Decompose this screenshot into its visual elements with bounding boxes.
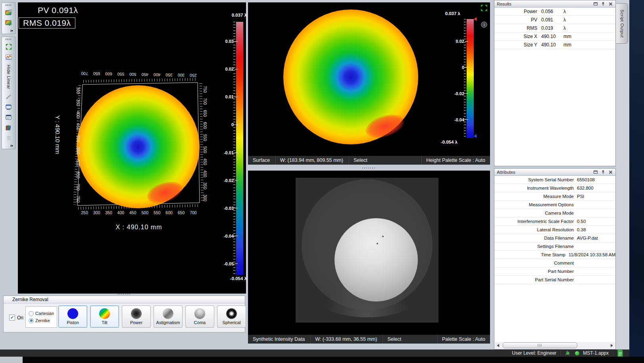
stamp-icon[interactable]: [5, 134, 13, 142]
app-right-edge: [616, 0, 629, 357]
desktop-background: [629, 0, 644, 357]
grip-handle[interactable]: [6, 4, 12, 6]
toolbar-overflow-icon[interactable]: [10, 144, 14, 148]
zernike-on-checkbox[interactable]: ✔ On: [9, 315, 23, 321]
report-icon[interactable]: [5, 104, 13, 111]
radio-zernike[interactable]: Zernike: [29, 318, 57, 323]
attribute-row: Interferometric Scale Factor0.50: [494, 217, 615, 226]
axis-ticks-bottom: 250 300 350 400 450 500 550 600 650 700: [73, 210, 204, 215]
colormap-new-icon[interactable]: [5, 9, 13, 16]
panel-splitter[interactable]: [3, 293, 245, 295]
part-image: [334, 218, 418, 302]
surface-panel: 0.037 λ 0.020-0.02-0.04 -0.054 λ i: [248, 2, 490, 156]
plot-name: Synthetic Intensity Data: [248, 336, 310, 342]
attribute-row: Instrument Wavelength632.800: [494, 184, 615, 192]
coma-icon: [194, 308, 205, 319]
status-bar: User Level: Engineer MST-1.appx: [0, 350, 629, 357]
palette-scale-mode[interactable]: Height Palette Scale : Auto: [421, 157, 490, 163]
tilt-button[interactable]: Tilt: [90, 305, 119, 328]
coma-button[interactable]: Coma: [185, 305, 214, 328]
toolbar-group: [2, 2, 16, 34]
grip-handle[interactable]: [6, 38, 12, 40]
scroll-right-button[interactable]: [609, 342, 615, 348]
attribute-row: Measure ModePSI: [494, 192, 615, 201]
script-file-icon[interactable]: [617, 350, 624, 356]
power-button[interactable]: Power: [122, 305, 151, 328]
zernike-term-buttons: PistonTiltPowerAstigmatismComaSpherical: [58, 305, 246, 328]
colorbar-tick: 0.02: [456, 39, 468, 44]
attribute-row: Settings Filename: [494, 242, 615, 251]
astigmatism-icon: [163, 308, 173, 319]
measure-icon[interactable]: [5, 93, 13, 100]
cursor-readout: W: (183.94 mm, 809.55 mm): [275, 157, 348, 163]
panel-title: Attributes: [497, 170, 593, 175]
cursor-readout: W: (-333.68 mm, 36.55 mm): [310, 336, 382, 342]
books-icon[interactable]: [5, 124, 13, 131]
select-mode[interactable]: Select: [383, 336, 406, 342]
attribute-row: Measurement Options: [494, 201, 615, 209]
intensity-status-bar: Synthetic Intensity Data W: (-333.68 mm,…: [248, 335, 490, 344]
spherical-button[interactable]: Spherical: [217, 305, 246, 328]
radio-cartesian[interactable]: Cartesian: [29, 311, 57, 316]
colorbar-tick: -0.03: [224, 206, 238, 211]
intensity-panel: [248, 171, 490, 335]
plot-name: Surface: [248, 157, 275, 163]
restore-icon[interactable]: [593, 170, 598, 174]
result-row: PV0.091λ: [494, 16, 615, 24]
close-icon[interactable]: [608, 170, 613, 174]
horizontal-scrollbar[interactable]: [495, 342, 615, 349]
surface-status-bar: Surface W: (183.94 mm, 809.55 mm) Select…: [248, 156, 490, 165]
scrollbar-thumb[interactable]: [503, 342, 577, 348]
colorbar-tick: -0.04: [224, 234, 238, 238]
select-mode[interactable]: Select: [349, 157, 372, 163]
result-row: Size Y490.10mm: [494, 41, 615, 49]
restore-icon[interactable]: [593, 2, 598, 6]
colormap-open-icon[interactable]: [5, 19, 13, 27]
colorbar-tick: -0.04: [454, 117, 468, 122]
result-row: RMS0.019λ: [494, 24, 615, 33]
toolbar-group: Hide Linear: [2, 36, 16, 149]
scale-max-marker[interactable]: [474, 17, 477, 21]
astigmatism-button[interactable]: Astigmatism: [154, 305, 183, 328]
colorbar-tick: -0.02: [454, 91, 468, 96]
x-axis-label: X : 490.10 mm: [95, 224, 183, 231]
status-green-dot: [575, 351, 579, 355]
piston-button[interactable]: Piston: [58, 305, 87, 328]
colorbar-ticks: 0.020-0.02-0.04: [441, 19, 468, 138]
move-view-icon[interactable]: [481, 4, 488, 11]
radio-icon[interactable]: [29, 318, 34, 323]
script-output-tab[interactable]: Script Output: [616, 3, 628, 44]
colorbar-min-label: -0.054 λ: [426, 140, 458, 144]
hide-linear-label[interactable]: Hide Linear: [6, 65, 11, 89]
pin-icon[interactable]: [601, 2, 606, 6]
surface-map: [283, 10, 418, 144]
toolbar-overflow-icon[interactable]: [10, 29, 14, 33]
scroll-left-button[interactable]: [495, 342, 501, 348]
radio-icon[interactable]: [29, 311, 34, 316]
attribute-row: Lateral Resolution0.38: [494, 226, 615, 234]
y-axis-label: Y : 490.10 mm: [54, 103, 61, 167]
checkbox-icon[interactable]: ✔: [9, 315, 15, 321]
linear-plot-icon[interactable]: [5, 54, 13, 61]
close-icon[interactable]: [608, 2, 613, 6]
spherical-icon: [226, 308, 237, 319]
attributes-title-bar[interactable]: Attributes: [494, 169, 615, 176]
colorbar-tick: -0.02: [224, 178, 238, 183]
info-icon[interactable]: i: [481, 21, 488, 27]
move-icon[interactable]: [5, 43, 13, 50]
power-icon: [131, 308, 142, 319]
colorbar-tick: 0.03: [225, 39, 238, 44]
scale-min-marker[interactable]: [474, 134, 477, 138]
results-title-bar[interactable]: Results: [494, 0, 615, 8]
attribute-row: Time Stamp11/8/2024 10:33:58 AM: [494, 251, 615, 259]
windows-taskbar[interactable]: [0, 357, 644, 363]
attributes-panel: Attributes System Serial Number6550108In…: [494, 168, 616, 350]
report-window-icon[interactable]: [5, 114, 13, 121]
attribute-row: Part Number: [494, 267, 615, 276]
attribute-row: Data FilenameAVG-P.dat: [494, 234, 615, 242]
colorbar-tick: 0: [462, 65, 468, 70]
horizontal-splitter[interactable]: [248, 166, 490, 170]
pin-icon[interactable]: [601, 170, 606, 174]
panel-title: Results: [497, 2, 593, 6]
palette-scale-mode[interactable]: Palette Scale : Auto: [437, 336, 490, 342]
